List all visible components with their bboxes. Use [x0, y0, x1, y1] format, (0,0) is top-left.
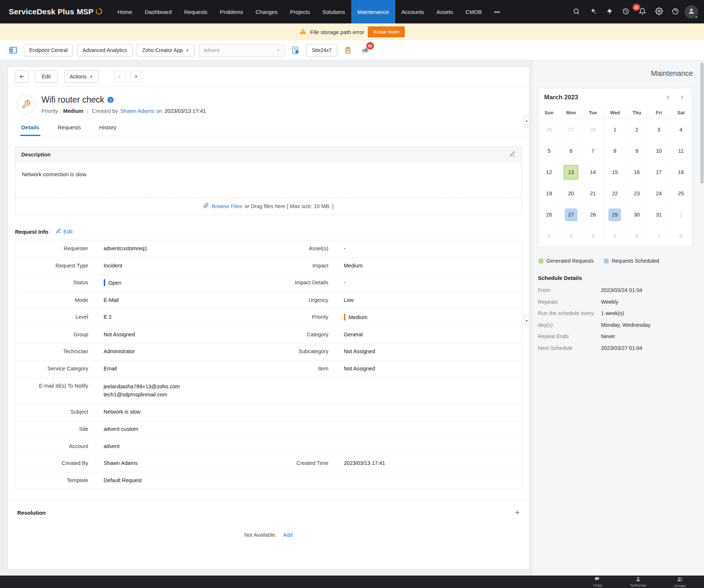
calendar-day[interactable]: 3: [560, 225, 582, 247]
settings-button[interactable]: [652, 4, 666, 19]
footer-chats[interactable]: Chats: [593, 576, 602, 587]
next-request-button[interactable]: [131, 70, 142, 83]
calendar-day[interactable]: 1: [604, 119, 626, 140]
add-resolution-link[interactable]: Add: [283, 532, 293, 538]
edit-button[interactable]: Edit: [35, 70, 58, 83]
add-resolution-plus-icon[interactable]: +: [515, 509, 520, 517]
calendar-day[interactable]: 22: [604, 183, 626, 204]
calendar-day[interactable]: 8: [670, 225, 692, 247]
calendar-day[interactable]: 28: [582, 119, 604, 140]
edit-request-info-link[interactable]: Edit: [56, 228, 73, 235]
brand-logo[interactable]: ServiceDesk Plus MSP: [0, 0, 111, 23]
previous-request-button[interactable]: [114, 70, 125, 83]
quick-actions-button[interactable]: [602, 4, 617, 19]
nav-item-maintenance[interactable]: Maintenance: [351, 0, 395, 23]
calendar-prev-button[interactable]: [664, 93, 672, 101]
calendar-day[interactable]: 9: [626, 140, 648, 162]
tab-history[interactable]: History: [98, 120, 118, 136]
calendar-day[interactable]: 27: [560, 204, 582, 225]
field-label: Technician: [15, 343, 98, 360]
nav-item-cmdb[interactable]: CMDB: [459, 0, 488, 23]
calendar-day[interactable]: 3: [648, 119, 670, 140]
footer-technician[interactable]: Technician: [630, 576, 646, 587]
calendar-day[interactable]: 1: [670, 204, 692, 225]
advanced-analytics-button[interactable]: Advanced Analytics: [77, 44, 132, 56]
calendar-day[interactable]: 20: [560, 183, 582, 204]
endpoint-central-button[interactable]: Endpoint Central: [24, 44, 73, 56]
nav-item-more[interactable]: •••: [488, 0, 506, 23]
calendar-day[interactable]: 7: [582, 140, 604, 162]
calendar-day[interactable]: 10: [648, 140, 670, 162]
calendar-day[interactable]: 4: [670, 119, 692, 140]
know-more-button[interactable]: Know more: [368, 26, 405, 37]
calendar-day[interactable]: 2: [538, 225, 560, 247]
collapse-panel-handle-middle[interactable]: ▸: [524, 315, 530, 325]
calendar-day[interactable]: 14: [582, 162, 604, 183]
search-button[interactable]: [569, 4, 584, 19]
schedule-value: 2023/03/27 01:04: [601, 345, 642, 352]
calendar-day[interactable]: 29: [604, 204, 626, 225]
whats-new-button[interactable]: [586, 4, 600, 19]
account-filter-select[interactable]: advent▼: [199, 44, 285, 57]
browse-files-link[interactable]: Browse Files: [212, 203, 242, 209]
calendar-day[interactable]: 16: [626, 162, 648, 183]
zoho-creator-dropdown[interactable]: Zoho Creator App▼: [137, 44, 195, 56]
scrollbar-track[interactable]: [700, 62, 704, 574]
nav-item-assets[interactable]: Assets: [430, 0, 459, 23]
calendar-day[interactable]: 6: [626, 225, 648, 247]
notifications-button[interactable]: 32: [635, 4, 650, 19]
actions-dropdown-button[interactable]: Actions▼: [64, 70, 99, 83]
calendar-day[interactable]: 19: [538, 183, 560, 204]
calendar-day[interactable]: 26: [538, 204, 560, 225]
calendar-day[interactable]: 17: [648, 162, 670, 183]
calendar-day[interactable]: 11: [670, 140, 692, 162]
calendar-day[interactable]: 28: [582, 204, 604, 225]
history-button[interactable]: [619, 4, 633, 19]
nav-item-requests[interactable]: Requests: [178, 0, 213, 23]
nav-item-problems[interactable]: Problems: [214, 0, 249, 23]
calendar-day[interactable]: 25: [670, 183, 692, 204]
calendar-day[interactable]: 21: [582, 183, 604, 204]
collapse-panel-handle-top[interactable]: ▸: [524, 116, 530, 125]
requester-link[interactable]: Shawn Adams: [120, 108, 154, 114]
calendar-day[interactable]: 13: [560, 162, 582, 183]
nav-item-home[interactable]: Home: [111, 0, 139, 23]
nav-item-projects[interactable]: Projects: [284, 0, 316, 23]
record-info-icon[interactable]: [289, 44, 302, 57]
help-button[interactable]: [668, 4, 683, 19]
calendar-day[interactable]: 6: [560, 140, 582, 162]
nav-item-solutions[interactable]: Solutions: [316, 0, 351, 23]
add-view-icon[interactable]: [7, 44, 20, 57]
tab-details[interactable]: Details: [20, 120, 40, 136]
info-icon[interactable]: i: [107, 97, 114, 103]
nav-item-dashboard[interactable]: Dashboard: [139, 0, 178, 23]
calendar-day[interactable]: 7: [648, 225, 670, 247]
calendar-day[interactable]: 30: [626, 204, 648, 225]
user-avatar[interactable]: [685, 5, 698, 19]
calendar-next-button[interactable]: [678, 93, 686, 101]
calendar-day[interactable]: 27: [560, 119, 582, 140]
announcement-icon[interactable]: 42: [359, 44, 372, 57]
site24x7-button[interactable]: Site24x7: [306, 44, 337, 56]
calendar-day[interactable]: 5: [538, 140, 560, 162]
calendar-day[interactable]: 26: [538, 119, 560, 140]
footer-groups[interactable]: Groups: [674, 576, 686, 588]
clipboard-icon[interactable]: [341, 44, 355, 57]
edit-description-icon[interactable]: [509, 151, 516, 158]
attachment-dropzone[interactable]: Browse Files or Drag files here [ Max si…: [15, 197, 521, 215]
calendar-day[interactable]: 2: [626, 119, 648, 140]
calendar-day[interactable]: 23: [626, 183, 648, 204]
calendar-day[interactable]: 24: [648, 183, 670, 204]
calendar-day[interactable]: 4: [582, 225, 604, 247]
calendar-day[interactable]: 8: [604, 140, 626, 162]
calendar-day[interactable]: 15: [604, 162, 626, 183]
back-button[interactable]: [15, 70, 29, 83]
scrollbar-thumb[interactable]: [700, 63, 704, 184]
nav-item-accounts[interactable]: Accounts: [395, 0, 430, 23]
calendar-day[interactable]: 18: [670, 162, 692, 183]
calendar-day[interactable]: 31: [648, 204, 670, 225]
calendar-day[interactable]: 5: [604, 225, 626, 247]
nav-item-changes[interactable]: Changes: [249, 0, 284, 23]
calendar-day[interactable]: 12: [538, 162, 560, 183]
tab-requests[interactable]: Requests: [56, 120, 82, 136]
